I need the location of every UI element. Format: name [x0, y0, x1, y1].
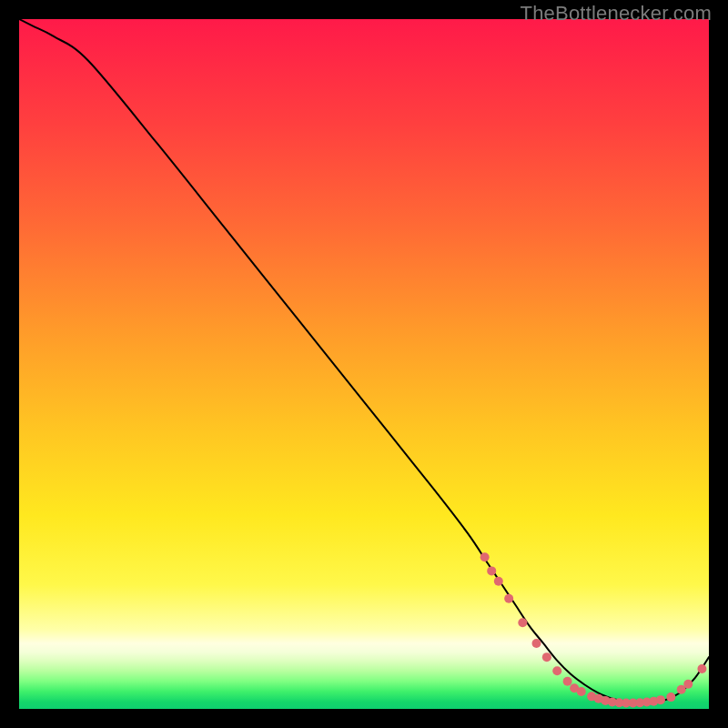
data-marker — [577, 687, 586, 696]
data-marker — [532, 639, 541, 648]
data-marker — [683, 680, 693, 689]
data-marker — [518, 618, 527, 627]
data-marker — [656, 695, 665, 704]
data-marker — [480, 552, 490, 561]
data-marker — [542, 652, 551, 662]
data-marker — [666, 693, 675, 702]
chart-gradient-bg — [19, 19, 709, 709]
data-marker — [504, 594, 513, 603]
chart-svg — [19, 19, 709, 709]
data-marker — [697, 664, 706, 673]
data-marker — [552, 666, 561, 675]
chart-stage: TheBottlenecker.com — [0, 0, 728, 728]
data-marker — [494, 577, 503, 586]
chart-plot-area — [19, 19, 709, 709]
data-marker — [563, 677, 572, 686]
data-marker — [487, 566, 496, 575]
